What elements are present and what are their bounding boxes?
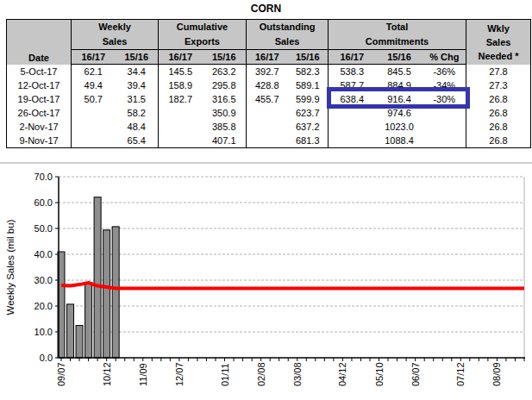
value-cell [72,120,116,134]
value-cell: 589.1 [288,78,329,92]
bar [94,197,101,358]
y-axis-tick-label: 10.0 [34,327,53,337]
y-axis-tick-label: 30.0 [34,275,53,285]
bar [103,230,110,358]
value-cell [247,106,288,120]
value-cell: 316.5 [203,92,247,106]
value-cell [329,106,376,120]
date-cell: 9-Nov-17 [7,134,72,148]
col-header: 15/16 [376,50,423,65]
table-row: 9-Nov-1765.4407.1681.31088.426.8 [7,134,531,148]
value-cell: 39.4 [116,78,159,92]
x-axis-tick-label: 03/08 [292,362,303,386]
value-cell: 263.2 [203,65,247,79]
value-cell: 1088.4 [376,134,423,148]
group-header-weekly-sales: Weekly Sales [72,20,159,50]
value-cell: 182.7 [159,92,203,106]
date-cell: 26-Oct-17 [7,106,72,120]
x-axis-tick-label: 01/11 [220,363,230,386]
value-cell: 538.3 [329,65,376,79]
y-axis-tick-label: 0.0 [40,353,53,363]
group-header-row: Date Weekly Sales Cumulative Exports Out… [7,20,531,50]
value-cell: 145.5 [159,65,203,79]
export-sales-table: Date Weekly Sales Cumulative Exports Out… [6,19,531,148]
y-axis-title: Weekly Sales (mil bu) [5,219,16,315]
value-cell: 916.4 [376,92,423,106]
x-axis-tick-label: 10/12 [102,362,112,386]
value-cell: 582.3 [288,65,329,79]
value-cell: 27.8 [466,65,531,79]
table-row: 12-Oct-1749.439.4158.9295.8428.8589.1587… [7,78,531,92]
value-cell: 385.8 [203,120,247,134]
bar [67,304,74,358]
value-cell: 158.9 [159,78,203,92]
value-cell: 884.9 [376,78,423,92]
y-axis-tick-label: 70.0 [34,172,53,182]
value-cell [72,134,116,148]
value-cell: 48.4 [116,120,159,134]
value-cell: 455.7 [247,92,288,106]
value-cell [159,134,203,148]
col-header: 15/16 [116,50,159,65]
col-header: 15/16 [288,50,329,65]
separator-line [0,162,532,164]
col-header: 16/17 [329,50,376,65]
value-cell [247,134,288,148]
value-cell: 587.7 [329,78,376,92]
value-cell: 638.4 [329,92,376,106]
y-axis-tick-label: 20.0 [34,301,53,311]
value-cell: 26.8 [466,92,531,106]
group-header-outstanding-sales: Outstanding Sales [247,20,329,50]
page-title: CORN [0,3,532,15]
value-cell: 428.8 [247,78,288,92]
value-cell: 681.3 [288,134,329,148]
value-cell: 637.2 [288,120,329,134]
value-cell [159,106,203,120]
value-cell: 1023.0 [376,120,423,134]
value-cell [423,134,466,148]
x-axis-tick-label: 05/10 [374,362,385,386]
value-cell [423,120,466,134]
x-axis-tick-label: 11/09 [138,363,148,386]
table-row: 2-Nov-1748.4385.8637.21023.026.8 [7,120,531,134]
value-cell: 65.4 [116,134,159,148]
table-row: 5-Oct-1762.134.4145.5263.2392.7582.3538.… [7,65,531,79]
x-axis-tick-label: 07/12 [455,362,466,386]
corn-export-report: CORN Date Weekly Sales Cumulative Export… [0,0,532,400]
date-cell: 5-Oct-17 [7,65,72,79]
date-cell: 19-Oct-17 [7,92,72,106]
value-cell: 31.5 [116,92,159,106]
col-header: 16/17 [72,50,116,65]
table-row: 26-Oct-1758.2350.9623.7974.626.8 [7,106,531,120]
value-cell [329,120,376,134]
group-header-cumulative-exports: Cumulative Exports [159,20,247,50]
value-cell: 350.9 [203,106,247,120]
date-column-header: Date [7,20,72,65]
date-cell: 2-Nov-17 [7,120,72,134]
date-cell: 12-Oct-17 [7,78,72,92]
value-cell [159,120,203,134]
value-cell: -34% [423,78,466,92]
table-row: 19-Oct-1750.731.5182.7316.5455.7599.9638… [7,92,531,106]
sub-header-row: 16/17 15/16 16/17 15/16 16/17 15/16 16/1… [7,50,531,65]
needed-line [61,283,524,289]
x-axis-tick-label: 04/12 [337,362,347,386]
col-header: 16/17 [159,50,203,65]
value-cell: 845.5 [376,65,423,79]
value-cell: 392.7 [247,65,288,79]
y-axis-tick-label: 60.0 [34,197,53,208]
value-cell: 27.3 [466,78,531,92]
bar [85,283,92,358]
value-cell: 26.8 [466,120,531,134]
col-header: % Chg [423,50,466,65]
bar [76,326,83,359]
value-cell: 26.8 [466,134,531,148]
y-axis-tick-label: 40.0 [34,249,53,259]
x-axis-tick-label: 08/09 [491,362,502,386]
value-cell [72,106,116,120]
x-axis-tick-label: 06/07 [410,362,421,386]
value-cell: 623.7 [288,106,329,120]
group-header-total-commitments: Total Commitments [329,20,466,50]
y-axis-tick-label: 50.0 [34,223,53,234]
value-cell: 599.9 [288,92,329,106]
